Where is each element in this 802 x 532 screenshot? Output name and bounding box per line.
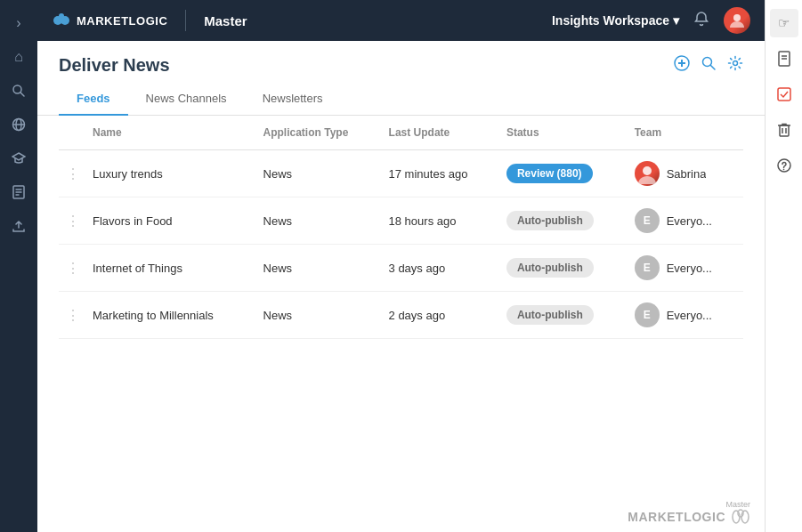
help-icon[interactable] (770, 151, 798, 180)
row-last-update: 18 hours ago (382, 197, 499, 245)
table-row: ⋮Luxury trendsNews17 minutes agoReview (… (59, 150, 743, 197)
team-name: Everyo... (667, 262, 712, 275)
document-icon[interactable] (4, 178, 33, 206)
svg-rect-27 (778, 88, 790, 101)
row-app-type: News (256, 292, 382, 339)
feeds-table: Name Application Type Last Update Status… (59, 116, 743, 339)
svg-point-12 (59, 13, 64, 19)
row-last-update: 3 days ago (382, 245, 499, 292)
row-handle[interactable]: ⋮ (59, 245, 85, 292)
table-row: ⋮Internet of ThingsNews3 days agoAuto-pu… (59, 245, 743, 292)
header-actions (674, 55, 743, 76)
tab-feeds[interactable]: Feeds (59, 83, 128, 116)
row-status: Auto-publish (499, 197, 628, 245)
brand-area: MARKETLOGIC Master (52, 10, 247, 31)
globe-icon[interactable] (4, 110, 33, 139)
team-avatar (635, 161, 660, 186)
col-app-type: Application Type (256, 116, 382, 150)
bell-icon[interactable] (693, 11, 709, 31)
right-sidebar: ☞ (765, 0, 802, 532)
team-avatar: E (635, 208, 660, 233)
col-name: Name (85, 116, 256, 150)
row-name: Flavors in Food (85, 197, 256, 245)
home-icon[interactable]: ⌂ (4, 43, 33, 71)
team-avatar: E (635, 255, 660, 280)
row-app-type: News (256, 197, 382, 245)
brand-logo-text: MARKETLOGIC (77, 14, 167, 28)
nav-right: Insights Workspace ▾ (552, 7, 750, 34)
trash-icon[interactable] (770, 116, 798, 144)
checklist-icon[interactable] (770, 80, 798, 109)
left-sidebar: › ⌂ (0, 0, 37, 532)
add-icon[interactable] (674, 55, 690, 76)
team-name: Everyo... (667, 214, 712, 228)
svg-line-18 (711, 66, 716, 70)
cursor-icon[interactable]: ☞ (770, 9, 798, 37)
table-row: ⋮Flavors in FoodNews18 hours agoAuto-pub… (59, 197, 743, 245)
tabs-container: Feeds News Channels Newsletters (37, 83, 765, 116)
svg-point-19 (733, 61, 738, 66)
status-badge: Auto-publish (506, 258, 594, 278)
tab-newsletters[interactable]: Newsletters (245, 83, 341, 116)
top-nav: MARKETLOGIC Master Insights Workspace ▾ (37, 0, 765, 41)
col-last-update: Last Update (382, 116, 499, 150)
row-status: Review (880) (499, 150, 628, 197)
row-name: Internet of Things (85, 245, 256, 292)
row-team: Sabrina (628, 150, 743, 197)
row-last-update: 17 minutes ago (382, 150, 499, 197)
bottom-brand-name: MARKETLOGIC (628, 510, 725, 524)
svg-point-20 (643, 166, 652, 175)
status-badge: Auto-publish (506, 305, 594, 325)
workspace-label: Insights Workspace (552, 13, 669, 28)
brand-divider (185, 10, 186, 31)
search-header-icon[interactable] (701, 55, 717, 76)
row-handle[interactable]: ⋮ (59, 292, 85, 339)
svg-point-13 (733, 14, 741, 21)
tab-news-channels[interactable]: News Channels (128, 83, 245, 116)
row-status: Auto-publish (499, 292, 628, 339)
row-team: EEveryo... (628, 197, 743, 245)
user-avatar[interactable] (724, 7, 750, 34)
table-row: ⋮Marketing to MillennialsNews2 days agoA… (59, 292, 743, 339)
row-app-type: News (256, 245, 382, 292)
chevron-right-icon[interactable]: › (4, 9, 33, 37)
workspace-button[interactable]: Insights Workspace ▾ (552, 13, 679, 28)
svg-line-1 (20, 93, 24, 96)
page-title: Deliver News (59, 55, 170, 76)
graduation-icon[interactable] (4, 144, 33, 173)
bottom-brand: Master MARKETLOGIC (37, 493, 765, 532)
bookmark-icon[interactable] (770, 44, 798, 73)
brand-logo: MARKETLOGIC (52, 12, 167, 29)
col-team: Team (628, 116, 743, 150)
row-team: EEveryo... (628, 292, 743, 339)
svg-marker-5 (12, 153, 25, 160)
bottom-brand-sub: Master (628, 500, 750, 509)
col-status: Status (499, 116, 628, 150)
team-name: Sabrina (667, 167, 707, 181)
team-name: Everyo... (667, 309, 712, 322)
search-icon[interactable] (4, 77, 33, 105)
row-status: Auto-publish (499, 245, 628, 292)
upload-icon[interactable] (4, 212, 33, 240)
team-avatar: E (635, 302, 660, 327)
row-app-type: News (256, 150, 382, 197)
workspace-arrow: ▾ (673, 13, 679, 28)
col-handle (59, 116, 85, 150)
row-name: Marketing to Millennials (85, 292, 256, 339)
status-badge: Auto-publish (506, 211, 594, 230)
settings-icon[interactable] (727, 55, 743, 76)
row-name: Luxury trends (85, 150, 256, 197)
brand-master: Master (204, 13, 247, 28)
svg-point-33 (782, 169, 784, 171)
row-handle[interactable]: ⋮ (59, 197, 85, 245)
page-content: Deliver News (37, 41, 765, 532)
status-badge: Review (880) (506, 164, 593, 183)
table-container: Name Application Type Last Update Status… (37, 116, 765, 493)
row-team: EEveryo... (628, 245, 743, 292)
svg-rect-28 (780, 125, 789, 136)
main-container: MARKETLOGIC Master Insights Workspace ▾ (37, 0, 765, 532)
row-last-update: 2 days ago (382, 292, 499, 339)
page-header: Deliver News (37, 41, 765, 76)
row-handle[interactable]: ⋮ (59, 150, 85, 197)
